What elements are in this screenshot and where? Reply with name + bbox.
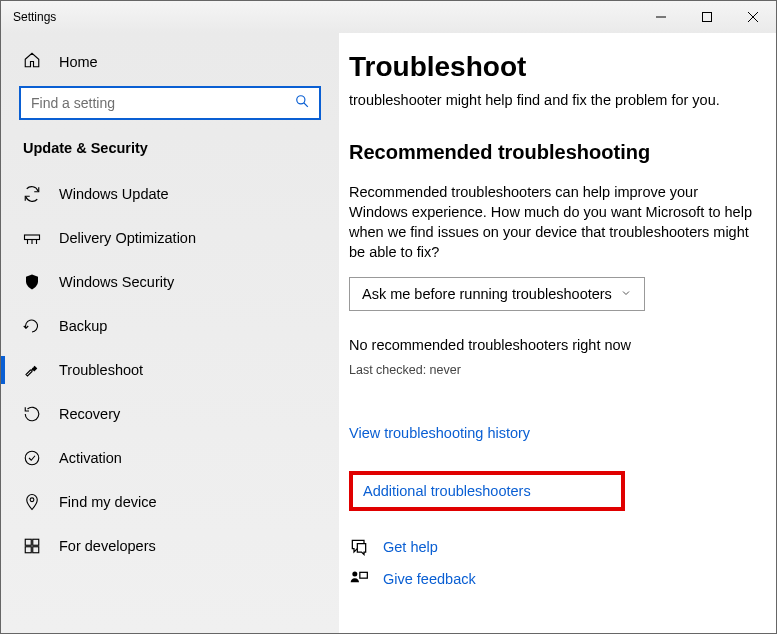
close-button[interactable]: [730, 1, 776, 33]
highlight-box: Additional troubleshooters: [349, 471, 625, 511]
sync-icon: [23, 185, 41, 203]
svg-rect-14: [25, 547, 31, 553]
svg-point-16: [352, 571, 357, 576]
svg-rect-6: [25, 235, 40, 240]
svg-rect-13: [33, 539, 39, 545]
nav-list: Windows Update Delivery Optimization Win…: [1, 172, 339, 568]
svg-rect-12: [25, 539, 31, 545]
nav-label: Find my device: [59, 494, 157, 510]
nav-label: For developers: [59, 538, 156, 554]
get-help-link[interactable]: Get help: [383, 539, 438, 555]
developer-icon: [23, 537, 41, 555]
nav-delivery-optimization[interactable]: Delivery Optimization: [1, 216, 339, 260]
minimize-button[interactable]: [638, 1, 684, 33]
last-checked-text: Last checked: never: [349, 363, 758, 377]
window-controls: [638, 1, 776, 33]
svg-rect-1: [703, 13, 712, 22]
home-icon: [23, 51, 41, 72]
nav-windows-security[interactable]: Windows Security: [1, 260, 339, 304]
location-icon: [23, 493, 41, 511]
nav-label: Backup: [59, 318, 107, 334]
nav-label: Windows Security: [59, 274, 174, 290]
nav-label: Activation: [59, 450, 122, 466]
sidebar: Home Update & Security Windows Update De…: [1, 33, 339, 633]
maximize-button[interactable]: [684, 1, 730, 33]
chat-icon: [349, 537, 369, 557]
intro-text: troubleshooter might help find and fix t…: [349, 91, 758, 111]
nav-label: Windows Update: [59, 186, 169, 202]
history-link[interactable]: View troubleshooting history: [349, 425, 758, 441]
nav-recovery[interactable]: Recovery: [1, 392, 339, 436]
chevron-down-icon: [620, 286, 632, 302]
dropdown-value: Ask me before running troubleshooters: [362, 286, 612, 302]
give-feedback-link[interactable]: Give feedback: [383, 571, 476, 587]
nav-for-developers[interactable]: For developers: [1, 524, 339, 568]
delivery-icon: [23, 229, 41, 247]
section-text: Recommended troubleshooters can help imp…: [349, 182, 758, 263]
troubleshoot-preference-dropdown[interactable]: Ask me before running troubleshooters: [349, 277, 645, 311]
nav-activation[interactable]: Activation: [1, 436, 339, 480]
wrench-icon: [23, 361, 41, 379]
nav-find-my-device[interactable]: Find my device: [1, 480, 339, 524]
nav-label: Recovery: [59, 406, 120, 422]
home-label: Home: [59, 54, 98, 70]
backup-icon: [23, 317, 41, 335]
svg-rect-15: [33, 547, 39, 553]
shield-icon: [23, 273, 41, 291]
additional-troubleshooters-link[interactable]: Additional troubleshooters: [363, 483, 531, 499]
category-label: Update & Security: [1, 140, 339, 172]
title-bar: Settings: [1, 1, 776, 33]
section-title: Recommended troubleshooting: [349, 141, 758, 164]
give-feedback-row[interactable]: Give feedback: [349, 563, 758, 595]
svg-line-5: [304, 103, 308, 107]
svg-point-10: [25, 451, 39, 465]
main-content: Troubleshoot troubleshooter might help f…: [339, 33, 776, 633]
status-text: No recommended troubleshooters right now: [349, 337, 758, 353]
svg-point-4: [297, 96, 305, 104]
nav-label: Delivery Optimization: [59, 230, 196, 246]
nav-label: Troubleshoot: [59, 362, 143, 378]
window-title: Settings: [13, 10, 638, 24]
nav-backup[interactable]: Backup: [1, 304, 339, 348]
home-nav[interactable]: Home: [1, 41, 339, 86]
svg-point-11: [30, 498, 34, 502]
svg-rect-17: [360, 572, 368, 578]
nav-troubleshoot[interactable]: Troubleshoot: [1, 348, 339, 392]
recovery-icon: [23, 405, 41, 423]
get-help-row[interactable]: Get help: [349, 531, 758, 563]
feedback-icon: [349, 569, 369, 589]
page-title: Troubleshoot: [349, 51, 758, 83]
check-circle-icon: [23, 449, 41, 467]
search-box[interactable]: [19, 86, 321, 120]
search-icon: [295, 94, 309, 112]
nav-windows-update[interactable]: Windows Update: [1, 172, 339, 216]
search-input[interactable]: [31, 95, 295, 111]
